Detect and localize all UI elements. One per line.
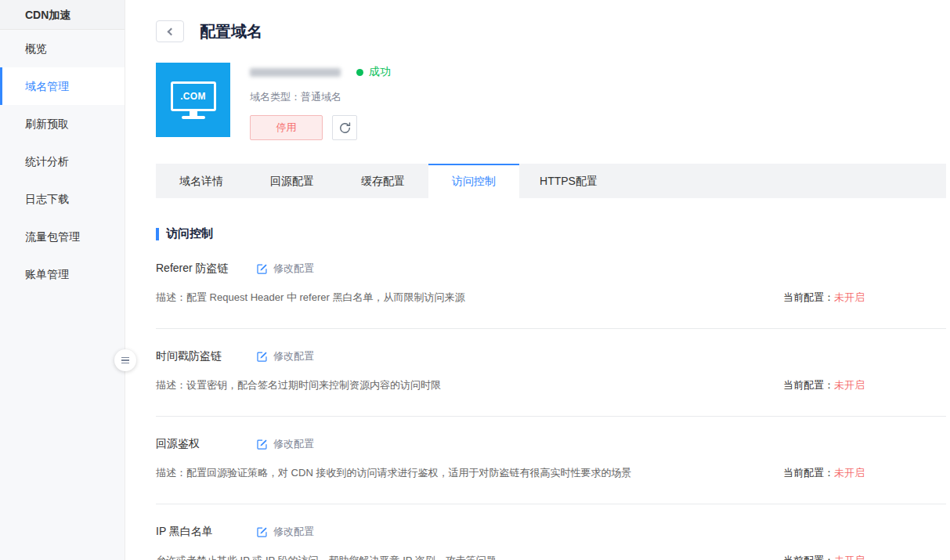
tab-access-control[interactable]: 访问控制 [428, 164, 519, 198]
status-value: 未开启 [834, 291, 865, 303]
page-header: 配置域名 [126, 0, 950, 42]
status-dot-icon [356, 69, 363, 76]
config-item-origin-auth: 回源鉴权 修改配置 描述：配置回源验证策略，对 CDN 接收到的访问请求进行鉴权… [156, 417, 946, 504]
edit-config-link[interactable]: 修改配置 [256, 525, 314, 539]
config-item-ip-list: IP 黑白名单 修改配置 允许或者禁止某些 IP 或 IP 段的访问，帮助您解决… [156, 504, 946, 560]
config-list: Referer 防盗链 修改配置 描述：配置 Request Header 中 … [156, 241, 946, 560]
section-title: 访问控制 [166, 226, 213, 241]
refresh-icon [338, 121, 352, 135]
edit-icon [256, 351, 268, 363]
config-item-title: IP 黑白名单 [156, 525, 256, 539]
domain-card: .COM 成功 域名类型：普通域名 停用 [156, 63, 950, 140]
tab-cache-config[interactable]: 缓存配置 [338, 164, 428, 198]
status-value: 未开启 [834, 555, 865, 560]
edit-config-label: 修改配置 [273, 525, 314, 539]
sidebar-item-statistics[interactable]: 统计分析 [0, 143, 125, 180]
main-content: 配置域名 .COM 成功 域名类型：普通域名 停用 [126, 0, 950, 560]
edit-config-label: 修改配置 [273, 349, 314, 363]
edit-config-link[interactable]: 修改配置 [256, 262, 314, 276]
page-title: 配置域名 [200, 21, 262, 42]
domain-status: 成功 [369, 65, 391, 79]
sidebar-item-billing[interactable]: 账单管理 [0, 255, 125, 293]
edit-icon [256, 526, 268, 538]
config-item-description: 描述：配置回源验证策略，对 CDN 接收到的访问请求进行鉴权，适用于对防盗链有很… [156, 466, 631, 480]
config-item-description: 允许或者禁止某些 IP 或 IP 段的访问，帮助您解决恶意 IP 盗刷、攻击等问… [156, 554, 507, 560]
domain-com-icon: .COM [156, 63, 230, 137]
chevron-left-icon [168, 27, 175, 35]
edit-icon [256, 439, 268, 450]
section-header: 访问控制 [156, 226, 950, 241]
current-config-status: 当前配置：未开启 [783, 291, 946, 305]
domain-name-redacted [250, 68, 341, 77]
status-value: 未开启 [834, 467, 865, 479]
edit-config-link[interactable]: 修改配置 [256, 437, 314, 451]
current-config-status: 当前配置：未开启 [783, 554, 946, 560]
tab-origin-config[interactable]: 回源配置 [247, 164, 338, 198]
config-item-title: Referer 防盗链 [156, 262, 256, 276]
config-item-title: 时间戳防盗链 [156, 349, 256, 363]
refresh-button[interactable] [332, 115, 357, 140]
edit-config-label: 修改配置 [273, 262, 314, 276]
domain-info: 成功 域名类型：普通域名 停用 [250, 63, 391, 140]
disable-button[interactable]: 停用 [250, 115, 323, 140]
sidebar-item-domain-management[interactable]: 域名管理 [0, 67, 125, 105]
domain-type: 域名类型：普通域名 [250, 90, 391, 104]
sidebar-item-log-download[interactable]: 日志下载 [0, 180, 125, 218]
sidebar-item-traffic-package[interactable]: 流量包管理 [0, 218, 125, 255]
config-item-description: 描述：设置密钥，配合签名过期时间来控制资源内容的访问时限 [156, 378, 441, 392]
edit-config-label: 修改配置 [273, 437, 314, 451]
current-config-status: 当前配置：未开启 [783, 378, 946, 392]
tab-https-config[interactable]: HTTPS配置 [519, 164, 618, 198]
config-item-referer: Referer 防盗链 修改配置 描述：配置 Request Header 中 … [156, 241, 946, 329]
sidebar-collapse-button[interactable] [114, 349, 136, 371]
status-value: 未开启 [834, 379, 865, 391]
monitor-icon: .COM [171, 81, 216, 111]
tab-domain-details[interactable]: 域名详情 [156, 164, 247, 198]
sidebar-title: CDN加速 [0, 0, 125, 30]
edit-icon [256, 263, 268, 275]
sidebar: CDN加速 概览 域名管理 刷新预取 统计分析 日志下载 流量包管理 账单管理 [0, 0, 125, 560]
sidebar-item-refresh-prefetch[interactable]: 刷新预取 [0, 105, 125, 143]
hamburger-icon [121, 357, 129, 364]
config-item-description: 描述：配置 Request Header 中 referer 黑白名单，从而限制… [156, 291, 464, 305]
config-item-timestamp: 时间戳防盗链 修改配置 描述：设置密钥，配合签名过期时间来控制资源内容的访问时限… [156, 329, 946, 417]
current-config-status: 当前配置：未开启 [783, 466, 946, 480]
back-button[interactable] [156, 20, 184, 42]
edit-config-link[interactable]: 修改配置 [256, 349, 314, 363]
sidebar-item-overview[interactable]: 概览 [0, 30, 125, 67]
config-item-title: 回源鉴权 [156, 437, 256, 451]
tabbar: 域名详情 回源配置 缓存配置 访问控制 HTTPS配置 [156, 164, 946, 198]
section-accent-bar [156, 228, 159, 240]
